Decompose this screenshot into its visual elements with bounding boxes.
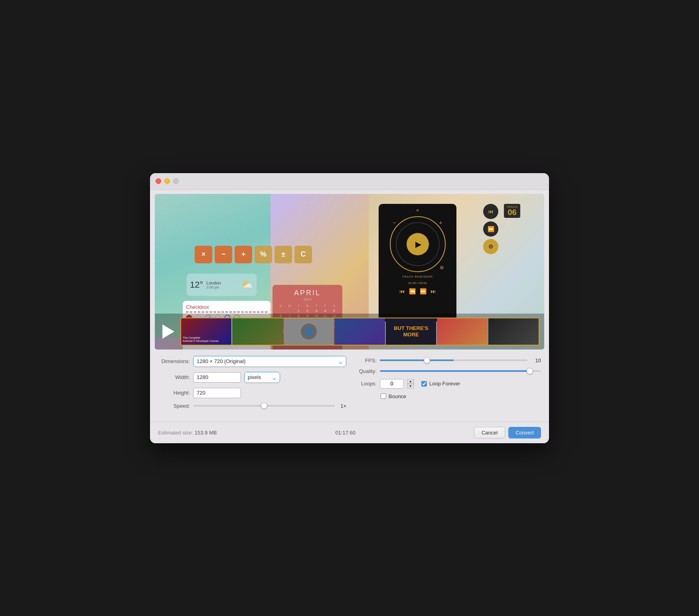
controls-grid: Dimensions: 1280 × 720 (Original) 640 × … xyxy=(158,356,541,409)
dimensions-select[interactable]: 1280 × 720 (Original) 640 × 360 320 × 18… xyxy=(193,356,346,367)
width-input[interactable] xyxy=(193,372,241,383)
player-top-icon: ⚙ xyxy=(416,209,419,212)
player-next-icon[interactable]: ⏭ xyxy=(430,288,436,294)
checkbox-title: Checkbox xyxy=(186,304,267,310)
film-frame-3: 👤 xyxy=(284,318,334,345)
speed-row: Speed: 1× xyxy=(158,403,346,409)
loops-stepper: ▲ ▼ xyxy=(407,379,414,389)
bounce-row: Bounce xyxy=(381,393,541,399)
music-player: ⚙ ▶ − + ⚙ TRACK REMINDER xyxy=(379,204,456,322)
player-plus-label: + xyxy=(439,219,442,226)
film-frame-1: The CompleteAndroid O Developer Course xyxy=(181,318,231,345)
speed-slider[interactable] xyxy=(193,405,335,407)
width-label: Width: xyxy=(158,374,190,380)
right-controls: FPS: 10 Quality: Loops: ▲ ▼ xyxy=(353,356,541,409)
bottom-bar: Estimated size: 153.9 MB 01:17.60 Cancel… xyxy=(150,422,549,443)
height-input[interactable] xyxy=(193,388,241,398)
loop-forever-checkbox[interactable] xyxy=(421,381,427,387)
calc-percent-button: % xyxy=(255,246,272,263)
fps-row: FPS: 10 xyxy=(353,357,541,363)
calc-plus-button: + xyxy=(235,246,252,263)
unit-select[interactable]: pixels percent xyxy=(244,372,280,383)
player-progress-time: 01:50 / 03:00 xyxy=(408,281,427,285)
loop-forever-label: Loop Forever xyxy=(429,381,460,387)
action-buttons: Cancel Convert xyxy=(474,427,541,438)
weather-widget: 12° London 3:00 pm ⛅ xyxy=(187,274,257,296)
weather-time: 3:00 pm xyxy=(206,285,221,289)
left-controls: Dimensions: 1280 × 720 (Original) 640 × … xyxy=(158,356,346,409)
estimated-size-value: 153.9 MB xyxy=(195,430,217,436)
player-minus-label: − xyxy=(393,219,396,226)
unit-select-wrapper: pixels percent xyxy=(244,372,280,383)
calc-plusminus-button: ± xyxy=(274,246,292,263)
player-track-label: TRACK REMINDER xyxy=(402,275,433,278)
filmstrip: The CompleteAndroid O Developer Course 👤… xyxy=(180,318,539,346)
calc-minus-button: − xyxy=(215,246,232,263)
loops-input[interactable] xyxy=(380,379,404,389)
filmstrip-container: The CompleteAndroid O Developer Course 👤… xyxy=(155,314,544,349)
calendar-month: APRIL xyxy=(276,289,338,297)
close-button[interactable] xyxy=(156,178,161,184)
side-play-button[interactable]: ⚙ xyxy=(483,239,498,254)
speed-value: 1× xyxy=(340,403,346,409)
side-ff-button[interactable]: ⏩ xyxy=(483,221,498,237)
traffic-lights xyxy=(156,178,179,184)
weather-icon: ⛅ xyxy=(241,279,253,290)
film-frame-2 xyxy=(232,318,282,345)
video-preview: × − + % ± C 12° London 3:00 pm ⛅ Checkbo… xyxy=(155,194,544,349)
height-row: Height: xyxy=(158,388,346,398)
side-prev-button[interactable]: ⏮ xyxy=(483,204,498,219)
bounce-label: Bounce xyxy=(389,393,406,399)
calendar-year: 2014 xyxy=(276,297,338,301)
player-side-buttons: ⏮ ⏩ ⚙ xyxy=(483,204,498,254)
loops-label: Loops: xyxy=(353,381,377,387)
width-row: Width: pixels percent xyxy=(158,372,346,383)
player-rew-icon[interactable]: ⏪ xyxy=(409,288,416,294)
checkbox-divider xyxy=(186,312,267,312)
preview-content: × − + % ± C 12° London 3:00 pm ⛅ Checkbo… xyxy=(155,194,544,349)
loops-down-arrow[interactable]: ▼ xyxy=(407,384,414,389)
play-triangle-icon xyxy=(162,324,174,339)
main-window: × − + % ± C 12° London 3:00 pm ⛅ Checkbo… xyxy=(150,173,549,443)
bounce-checkbox[interactable] xyxy=(381,393,386,399)
height-label: Height: xyxy=(158,390,190,396)
loop-forever-row: Loop Forever xyxy=(421,381,460,387)
speed-label: Speed: xyxy=(158,403,190,409)
loops-row: Loops: ▲ ▼ Loop Forever xyxy=(353,379,541,389)
maximize-button[interactable] xyxy=(173,178,179,184)
player-controls: ⏮ ⏪ ⏩ ⏭ xyxy=(399,288,436,294)
calc-x-button: × xyxy=(195,246,212,263)
dimensions-row: Dimensions: 1280 × 720 (Original) 640 × … xyxy=(158,356,346,367)
quality-slider[interactable] xyxy=(380,370,541,372)
player-dial-container: ▶ − + ⚙ xyxy=(390,216,446,272)
weather-info: London 3:00 pm xyxy=(206,280,221,289)
weather-city: London xyxy=(206,280,221,285)
player-prev-icon[interactable]: ⏮ xyxy=(399,288,405,294)
filmstrip-play-button[interactable] xyxy=(160,323,177,340)
dimensions-label: Dimensions: xyxy=(158,358,190,364)
player-gear-icon: ⚙ xyxy=(440,265,444,270)
film-frame-but-text: BUT THERE'S MORE xyxy=(386,318,436,345)
dimensions-select-wrapper: 1280 × 720 (Original) 640 × 360 320 × 18… xyxy=(193,356,346,367)
film-frame-6 xyxy=(437,318,487,345)
player-mid-ring xyxy=(396,222,440,266)
track-number: 06 xyxy=(508,208,517,216)
estimated-size-text: Estimated size: 153.9 MB xyxy=(158,430,217,436)
weather-temp: 12° xyxy=(190,280,203,290)
quality-row: Quality: xyxy=(353,368,541,374)
track-badge: TRACK 06 xyxy=(504,204,520,218)
calc-clear-button: C xyxy=(294,246,312,263)
loops-up-arrow[interactable]: ▲ xyxy=(407,379,414,384)
film-frame-4 xyxy=(335,318,385,345)
player-ff-icon[interactable]: ⏩ xyxy=(420,288,427,294)
title-bar xyxy=(150,173,549,190)
but-theres-more-text: BUT THERE'S MORE xyxy=(386,325,436,338)
controls-area: Dimensions: 1280 × 720 (Original) 640 × … xyxy=(150,349,549,422)
duration-text: 01:17.60 xyxy=(335,430,355,436)
quality-label: Quality: xyxy=(353,368,377,374)
cancel-button[interactable]: Cancel xyxy=(474,427,505,438)
minimize-button[interactable] xyxy=(164,178,170,184)
fps-slider[interactable] xyxy=(380,359,527,361)
fps-label: FPS: xyxy=(353,357,377,363)
convert-button[interactable]: Convert xyxy=(508,427,541,438)
